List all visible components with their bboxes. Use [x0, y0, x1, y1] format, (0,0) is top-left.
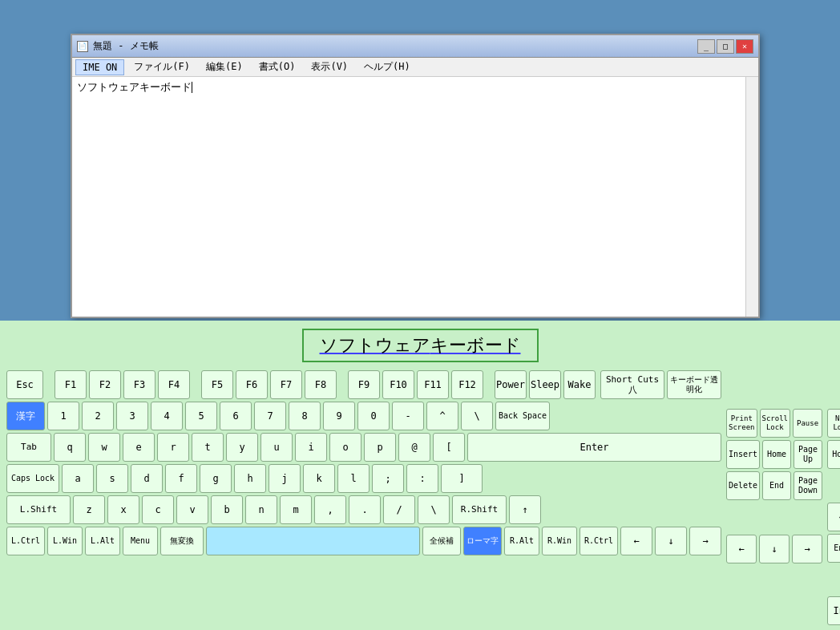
key-end[interactable]: End	[762, 471, 791, 500]
key-comma[interactable]: ,	[314, 495, 346, 524]
key-lctrl[interactable]: L.Ctrl	[6, 527, 45, 555]
key-f6[interactable]: F6	[236, 370, 268, 399]
key-up[interactable]: ↑	[509, 495, 541, 524]
key-num-7[interactable]: Home	[827, 440, 840, 469]
key-pagedown[interactable]: Page Down	[794, 471, 822, 500]
key-space[interactable]	[206, 527, 420, 555]
key-tab[interactable]: Tab	[6, 433, 51, 462]
key-u[interactable]: u	[260, 433, 293, 462]
notepad-content[interactable]: ソフトウェアキーボード	[72, 77, 758, 317]
key-f[interactable]: f	[165, 464, 197, 493]
key-delete[interactable]: Delete	[726, 471, 760, 500]
key-h[interactable]: h	[234, 464, 266, 493]
key-menu[interactable]: Menu	[123, 527, 158, 555]
key-1[interactable]: 1	[47, 402, 79, 430]
key-9[interactable]: 9	[323, 402, 355, 430]
key-zenkoho[interactable]: 全候補	[422, 527, 461, 555]
key-0[interactable]: 0	[357, 402, 390, 430]
key-p[interactable]: p	[364, 433, 396, 462]
key-insert[interactable]: Insert	[726, 440, 760, 469]
key-f2[interactable]: F2	[89, 370, 121, 399]
key-q[interactable]: q	[54, 433, 86, 462]
key-rwin[interactable]: R.Win	[542, 527, 577, 555]
key-period[interactable]: .	[349, 495, 381, 524]
key-colon[interactable]: :	[406, 464, 438, 493]
key-print-screen[interactable]: Print Screen	[726, 409, 757, 438]
key-at[interactable]: @	[398, 433, 430, 462]
key-lwin[interactable]: L.Win	[47, 527, 83, 555]
key-bracketr[interactable]: ]	[441, 464, 483, 493]
key-i[interactable]: i	[295, 433, 327, 462]
key-n[interactable]: n	[245, 495, 277, 524]
minimize-button[interactable]: _	[697, 39, 715, 54]
key-a[interactable]: a	[62, 464, 94, 493]
maximize-button[interactable]: □	[717, 39, 734, 54]
key-arrow-right[interactable]: →	[792, 535, 822, 563]
key-left[interactable]: ←	[620, 527, 652, 555]
menu-ime[interactable]: IME ON	[75, 59, 124, 75]
key-8[interactable]: 8	[289, 402, 321, 430]
key-4[interactable]: 4	[151, 402, 183, 430]
key-backspace[interactable]: Back Space	[495, 402, 550, 430]
key-w[interactable]: w	[88, 433, 120, 462]
key-ralt[interactable]: R.Alt	[504, 527, 539, 555]
key-power[interactable]: Power	[495, 370, 527, 399]
key-b[interactable]: b	[211, 495, 243, 524]
key-bracketl[interactable]: [	[433, 433, 465, 462]
key-3[interactable]: 3	[116, 402, 148, 430]
key-c[interactable]: c	[142, 495, 174, 524]
menu-format[interactable]: 書式(O)	[252, 59, 302, 75]
key-rctrl[interactable]: R.Ctrl	[580, 527, 618, 555]
key-right[interactable]: →	[689, 527, 721, 555]
key-f7[interactable]: F7	[270, 370, 302, 399]
key-k[interactable]: k	[303, 464, 335, 493]
key-lalt[interactable]: L.Alt	[85, 527, 120, 555]
key-f10[interactable]: F10	[382, 370, 414, 399]
key-lshift[interactable]: L.Shift	[6, 495, 71, 524]
key-v[interactable]: v	[176, 495, 208, 524]
key-2[interactable]: 2	[82, 402, 114, 430]
key-f4[interactable]: F4	[158, 370, 190, 399]
key-num-ins[interactable]: Ins	[827, 596, 840, 625]
menu-view[interactable]: 表示(V)	[305, 59, 354, 75]
key-numlock[interactable]: Num Lock	[827, 409, 840, 438]
key-pause[interactable]: Pause	[793, 409, 822, 438]
key-shortcuts[interactable]: Short Cuts八	[600, 370, 664, 399]
key-t[interactable]: t	[192, 433, 224, 462]
key-esc[interactable]: Esc	[6, 370, 43, 399]
key-5[interactable]: 5	[185, 402, 217, 430]
menu-file[interactable]: ファイル(F)	[127, 59, 196, 75]
key-d[interactable]: d	[131, 464, 163, 493]
key-slash[interactable]: /	[383, 495, 415, 524]
key-minus[interactable]: -	[392, 402, 424, 430]
key-muhenkan[interactable]: 無変換	[160, 527, 204, 555]
key-f12[interactable]: F12	[451, 370, 483, 399]
key-yen[interactable]: \	[461, 402, 493, 430]
key-arrow-left[interactable]: ←	[726, 535, 757, 563]
key-j[interactable]: j	[269, 464, 301, 493]
scrollbar[interactable]	[745, 77, 758, 317]
key-f8[interactable]: F8	[305, 370, 337, 399]
key-o[interactable]: o	[329, 433, 361, 462]
key-rshift[interactable]: R.Shift	[452, 495, 507, 524]
key-f1[interactable]: F1	[55, 370, 87, 399]
key-l[interactable]: l	[337, 464, 370, 493]
key-f5[interactable]: F5	[201, 370, 233, 399]
key-7[interactable]: 7	[254, 402, 286, 430]
menu-help[interactable]: ヘルプ(H)	[357, 59, 417, 75]
key-caret[interactable]: ^	[426, 402, 458, 430]
key-f11[interactable]: F11	[417, 370, 449, 399]
key-6[interactable]: 6	[220, 402, 252, 430]
key-scroll-lock[interactable]: Scroll Lock	[760, 409, 791, 438]
key-semicolon[interactable]: ;	[372, 464, 404, 493]
key-num-4[interactable]: ←	[827, 503, 840, 531]
key-kanji[interactable]: 漢字	[6, 402, 45, 430]
key-sleep[interactable]: Sleep	[529, 370, 561, 399]
key-num-1[interactable]: End	[827, 534, 840, 563]
key-transparent[interactable]: キーボード透明化	[667, 370, 721, 399]
key-z[interactable]: z	[73, 495, 105, 524]
key-roman[interactable]: ローマ字	[463, 527, 502, 555]
key-y[interactable]: y	[226, 433, 258, 462]
key-m[interactable]: m	[280, 495, 312, 524]
key-home[interactable]: Home	[762, 440, 791, 469]
